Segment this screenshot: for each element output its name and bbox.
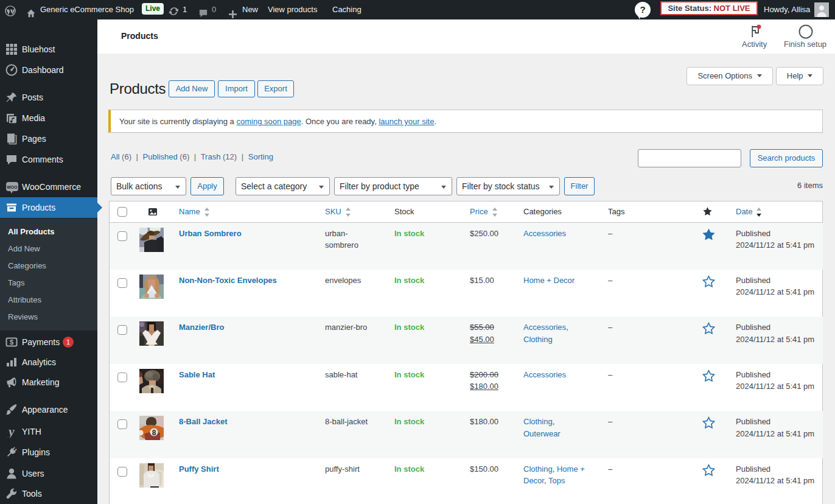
svg-text:8: 8 — [152, 429, 156, 437]
svg-text:WOO: WOO — [7, 185, 18, 189]
svg-text:$: $ — [10, 338, 13, 346]
svg-text:y: y — [7, 425, 15, 438]
